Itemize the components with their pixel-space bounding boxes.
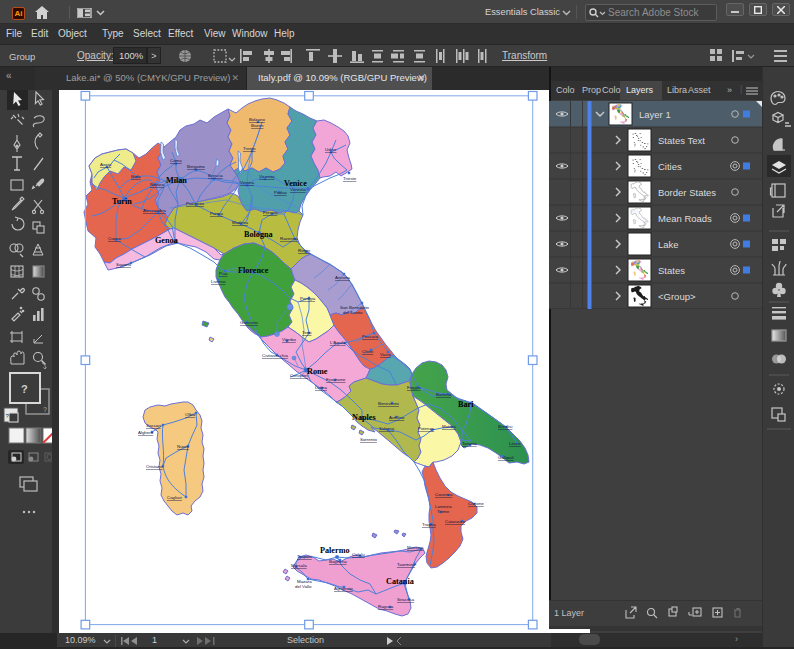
svg-text:Modena: Modena xyxy=(232,220,248,225)
svg-text:Genoa: Genoa xyxy=(155,236,178,245)
svg-text:Foggia: Foggia xyxy=(407,385,421,390)
svg-text:Pisa: Pisa xyxy=(219,271,228,276)
svg-text:Lecce: Lecce xyxy=(509,441,521,446)
svg-text:Taormina: Taormina xyxy=(397,562,416,567)
svg-text:Livorno: Livorno xyxy=(211,279,226,284)
svg-text:Border States: Border States xyxy=(658,187,716,198)
svg-text:Catanzaro: Catanzaro xyxy=(445,519,466,524)
svg-text:Sassari: Sassari xyxy=(146,423,161,428)
svg-text:Crotone: Crotone xyxy=(468,501,484,506)
svg-text:Siracusa: Siracusa xyxy=(397,597,415,602)
svg-text:States Text: States Text xyxy=(658,135,705,146)
svg-text:Marsala: Marsala xyxy=(291,563,307,568)
svg-text:Trapani: Trapani xyxy=(297,554,312,559)
svg-text:Vasto: Vasto xyxy=(380,352,391,357)
svg-text:Grosseto: Grosseto xyxy=(240,320,258,325)
svg-text:Verona: Verona xyxy=(240,180,254,185)
svg-text:Benevento: Benevento xyxy=(378,401,400,406)
svg-text:Mean Roads: Mean Roads xyxy=(658,213,712,224)
svg-text:Agrigento: Agrigento xyxy=(334,586,353,591)
svg-text:Olbia: Olbia xyxy=(185,412,196,417)
svg-text:States: States xyxy=(658,265,685,276)
svg-text:Udine: Udine xyxy=(325,147,337,152)
svg-text:Bolzano: Bolzano xyxy=(249,117,265,122)
svg-text:Latina: Latina xyxy=(315,385,328,390)
svg-text:Venice: Venice xyxy=(284,179,307,188)
svg-text:Terni: Terni xyxy=(302,330,312,335)
svg-text:Taranto: Taranto xyxy=(462,441,477,446)
svg-text:Civitavecchia: Civitavecchia xyxy=(262,353,288,358)
svg-text:Ferrara: Ferrara xyxy=(263,210,278,215)
svg-text:Cosenza: Cosenza xyxy=(435,492,453,497)
svg-text:Avellino: Avellino xyxy=(389,415,405,420)
svg-text:Bologna: Bologna xyxy=(244,230,273,239)
svg-text:Tropea: Tropea xyxy=(422,522,436,527)
svg-text:Terme: Terme xyxy=(437,509,450,514)
svg-text:Biela: Biela xyxy=(131,174,141,179)
svg-text:Sorrento: Sorrento xyxy=(360,437,377,442)
svg-text:<Group>: <Group> xyxy=(658,291,696,302)
svg-text:Cagliari: Cagliari xyxy=(167,495,182,500)
svg-text:Cerveteri: Cerveteri xyxy=(290,373,308,378)
svg-text:Como: Como xyxy=(170,158,182,163)
svg-text:Layer 1: Layer 1 xyxy=(639,109,671,120)
svg-text:Rome: Rome xyxy=(307,367,328,376)
svg-text:Ancona: Ancona xyxy=(335,275,350,280)
svg-text:Oristano: Oristano xyxy=(146,464,163,469)
svg-text:?: ? xyxy=(43,406,47,413)
svg-text:Savona: Savona xyxy=(116,262,131,267)
svg-text:Turin: Turin xyxy=(112,197,132,206)
svg-text:Naples: Naples xyxy=(352,413,376,422)
svg-text:Brindisi: Brindisi xyxy=(498,424,512,429)
svg-text:Piacenza: Piacenza xyxy=(186,201,205,206)
svg-text:Ravenna: Ravenna xyxy=(280,236,298,241)
svg-text:Florence: Florence xyxy=(238,266,269,275)
svg-text:Frosinone: Frosinone xyxy=(326,377,346,382)
svg-text:Ragusa: Ragusa xyxy=(378,604,394,609)
svg-text:Cefalu: Cefalu xyxy=(352,552,365,557)
svg-text:Salerno: Salerno xyxy=(379,426,395,431)
svg-text:Matera: Matera xyxy=(442,424,456,429)
svg-text:Viterbo: Viterbo xyxy=(282,337,296,342)
svg-text:Cuneo: Cuneo xyxy=(108,236,121,241)
svg-text:Palermo: Palermo xyxy=(320,546,350,555)
svg-text:?: ? xyxy=(21,383,28,395)
svg-text:Lake: Lake xyxy=(658,239,679,250)
svg-text:Parma: Parma xyxy=(210,211,223,216)
svg-text:Bozen: Bozen xyxy=(251,123,264,128)
svg-text:del Tronto: del Tronto xyxy=(343,310,363,315)
svg-text:Messina: Messina xyxy=(407,545,424,550)
svg-text:Rimini: Rimini xyxy=(298,248,310,253)
svg-text:Potenza: Potenza xyxy=(418,426,435,431)
svg-text:Bagheria: Bagheria xyxy=(329,559,347,564)
svg-text:Cities: Cities xyxy=(658,161,682,172)
svg-text:Gallipoli: Gallipoli xyxy=(498,455,514,460)
svg-text:Chieti: Chieti xyxy=(362,349,373,354)
svg-text:Milan: Milan xyxy=(166,176,187,185)
svg-text:Vicenza: Vicenza xyxy=(259,174,275,179)
svg-text:Bergamo: Bergamo xyxy=(187,164,205,169)
svg-text:Barletta: Barletta xyxy=(436,392,452,397)
svg-text:Pescara: Pescara xyxy=(362,334,379,339)
svg-text:Nuoro: Nuoro xyxy=(177,444,190,449)
svg-text:Alghero: Alghero xyxy=(138,430,154,435)
svg-text:Catania: Catania xyxy=(386,577,414,586)
svg-text:del Vallo: del Vallo xyxy=(295,584,312,589)
svg-text:Bari: Bari xyxy=(458,400,474,409)
svg-text:Alessandria: Alessandria xyxy=(143,208,166,213)
svg-text:Padua: Padua xyxy=(274,190,287,195)
svg-text:Novara: Novara xyxy=(150,182,165,187)
svg-text:Perugia: Perugia xyxy=(300,296,316,301)
svg-text:L'Aquila: L'Aquila xyxy=(330,340,346,345)
svg-text:Aosta: Aosta xyxy=(100,162,112,167)
svg-text:Trento: Trento xyxy=(243,146,256,151)
svg-text:Brescia: Brescia xyxy=(208,173,223,178)
svg-text:Trieste: Trieste xyxy=(343,176,357,181)
